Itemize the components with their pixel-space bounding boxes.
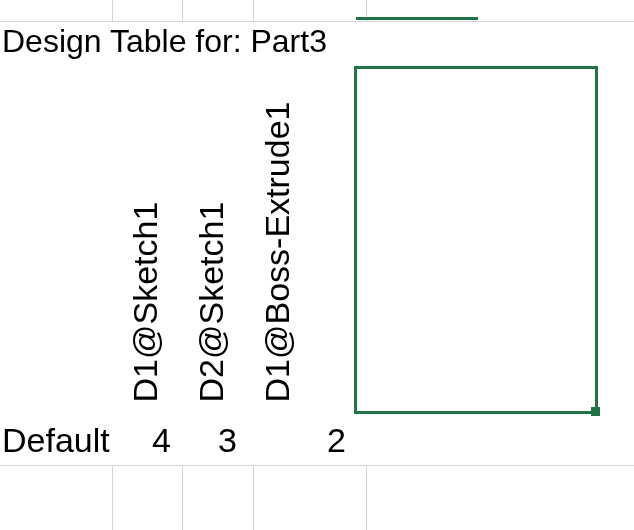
value-cell[interactable]: 3: [179, 421, 245, 460]
value-cell[interactable]: 4: [113, 421, 179, 460]
parameter-header-row: D1@Sketch1 D2@Sketch1 D1@Boss-Extrude1: [0, 66, 354, 412]
value-cell[interactable]: 2: [245, 421, 354, 460]
config-header-cell[interactable]: [0, 66, 113, 412]
fill-handle[interactable]: [591, 407, 600, 416]
param-header-cell[interactable]: D2@Sketch1: [179, 66, 245, 412]
param-label: D1@Boss-Extrude1: [258, 83, 297, 403]
param-header-cell[interactable]: D1@Boss-Extrude1: [245, 66, 354, 412]
table-title[interactable]: Design Table for: Part3: [2, 23, 327, 60]
table-row: Default 4 3 2: [0, 416, 354, 464]
config-name-cell[interactable]: Default: [0, 421, 113, 460]
param-header-cell[interactable]: D1@Sketch1: [113, 66, 179, 412]
selected-cell[interactable]: [354, 66, 598, 414]
bottom-gridline-row: [0, 465, 634, 530]
param-label: D2@Sketch1: [192, 83, 231, 403]
selected-column-indicator: [356, 0, 478, 20]
top-gridline-row: [0, 0, 634, 22]
param-label: D1@Sketch1: [126, 83, 165, 403]
